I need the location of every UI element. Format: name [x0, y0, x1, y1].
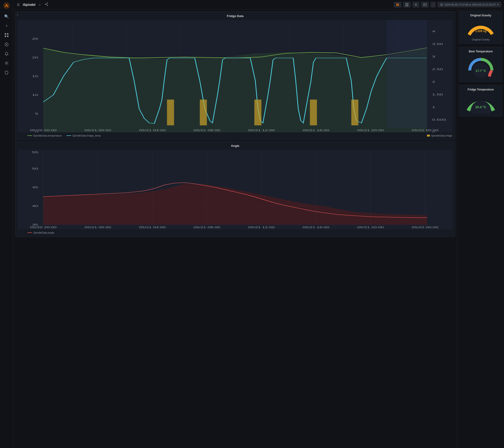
svg-text:2.50: 2.50: [432, 68, 443, 71]
page-title: iSpindel: [23, 3, 35, 7]
svg-text:05/21 00:00: 05/21 00:00: [85, 129, 111, 132]
legend-fridge: SpindleData.fridge: [427, 134, 452, 137]
svg-text:05/21 04:00: 05/21 04:00: [139, 226, 166, 229]
share-dashboard-button[interactable]: [421, 2, 429, 7]
svg-text:1: 1: [432, 106, 435, 108]
star-icon[interactable]: ☆: [37, 2, 42, 7]
gear-icon[interactable]: [2, 59, 11, 67]
search-icon[interactable]: 🔍: [2, 12, 11, 20]
svg-point-1: [6, 4, 7, 6]
svg-point-8: [6, 62, 7, 64]
svg-point-11: [45, 4, 46, 5]
svg-text:05/20 20:00: 05/20 20:00: [30, 129, 57, 132]
dashboard-body: ℹ Fridge Data: [13, 9, 504, 448]
bell-icon[interactable]: [2, 50, 11, 58]
svg-text:2: 2: [432, 80, 435, 83]
svg-text:1.029 og: 1.029 og: [475, 30, 486, 33]
fridge-chart-panel: ℹ Fridge Data: [15, 11, 455, 140]
angle-chart-svg: 35 40 45 50 55 05/20 20:00 05/21 00:00 0…: [18, 150, 452, 229]
svg-text:55: 55: [32, 151, 38, 154]
main-content: ☰ iSpindel ☆ ⚙ ‹ 2024-05-20 17:07:06 to …: [13, 0, 504, 448]
original-gravity-label: Original Gravity: [472, 38, 490, 41]
svg-text:05/22 00:00: 05/22 00:00: [412, 129, 438, 132]
legend-angle: SpindleData.angle: [27, 231, 54, 234]
beer-temp-panel: Beer Temperature 17.7 °C: [459, 47, 503, 82]
fridge-temp-gauge: 20.4 °C: [465, 93, 497, 114]
svg-text:35: 35: [32, 223, 38, 226]
fridge-temp-title: Fridge Temperature: [468, 88, 494, 91]
svg-rect-4: [5, 35, 6, 37]
svg-text:1.50: 1.50: [432, 93, 443, 96]
svg-text:05/20 20:00: 05/20 20:00: [30, 226, 57, 229]
svg-rect-15: [398, 3, 399, 4]
svg-text:05/21 20:00: 05/21 20:00: [357, 129, 384, 132]
svg-text:17.7 °C: 17.7 °C: [475, 69, 486, 72]
sidebar: 🔍 ＋: [0, 0, 13, 448]
svg-rect-28: [254, 100, 261, 125]
dashboard-settings-button[interactable]: ⚙: [413, 2, 419, 7]
svg-text:3: 3: [432, 55, 435, 58]
svg-text:40: 40: [32, 205, 38, 207]
add-panel-button[interactable]: [394, 2, 401, 7]
svg-text:05/21 12:00: 05/21 12:00: [248, 226, 275, 229]
back-button[interactable]: ‹: [431, 2, 436, 7]
svg-rect-5: [7, 35, 8, 37]
svg-rect-2: [5, 33, 6, 34]
shield-icon[interactable]: [2, 68, 11, 77]
svg-rect-54: [387, 20, 427, 128]
svg-rect-27: [200, 100, 207, 125]
svg-rect-16: [396, 5, 397, 6]
angle-chart-wrapper: 35 40 45 50 55 05/20 20:00 05/21 00:00 0…: [18, 150, 452, 229]
save-button[interactable]: [403, 2, 411, 7]
plus-icon[interactable]: ＋: [2, 21, 11, 30]
svg-text:05/21 16:00: 05/21 16:00: [303, 226, 329, 229]
svg-point-10: [47, 5, 48, 6]
svg-text:20: 20: [32, 56, 38, 59]
original-gravity-panel: Original Gravity 1.029 og Original Gravi…: [459, 11, 503, 44]
svg-rect-20: [406, 5, 408, 6]
svg-text:5: 5: [35, 112, 38, 115]
charts-area: ℹ Fridge Data: [13, 9, 457, 448]
svg-text:10: 10: [32, 94, 38, 96]
angle-chart-panel: Angle: [15, 141, 455, 237]
svg-marker-25: [43, 48, 427, 132]
svg-rect-3: [7, 33, 8, 34]
fridge-chart-wrapper: 0 5 10 15 20 25 0 0.500 1 1.50 2 2.50 3: [18, 20, 452, 132]
hamburger-icon[interactable]: ☰: [16, 2, 21, 7]
svg-text:20.4 °C: 20.4 °C: [475, 105, 486, 109]
svg-text:25: 25: [32, 37, 38, 40]
svg-rect-26: [167, 100, 174, 125]
beer-temp-gauge: 17.7 °C: [465, 54, 497, 79]
time-range-text: 2024-05-20 17:07:06 to 2024-05-22 01:03:…: [444, 3, 496, 6]
fridge-temp-panel: Fridge Temperature 20.4 °C: [459, 85, 503, 117]
svg-text:15: 15: [32, 75, 38, 78]
svg-text:05/21 00:00: 05/21 00:00: [85, 226, 111, 229]
svg-point-9: [47, 2, 48, 3]
legend-temperature: SpindleData.temperature: [27, 134, 62, 137]
svg-text:05/21 20:00: 05/21 20:00: [357, 226, 384, 229]
beer-temp-title: Beer Temperature: [469, 50, 493, 53]
topbar: ☰ iSpindel ☆ ⚙ ‹ 2024-05-20 17:07:06 to …: [13, 0, 504, 9]
svg-rect-14: [396, 3, 397, 4]
fridge-chart-title: Fridge Data: [18, 14, 452, 18]
svg-text:05/21 08:00: 05/21 08:00: [194, 226, 220, 229]
compass-icon[interactable]: [2, 40, 11, 49]
svg-text:4: 4: [432, 30, 435, 33]
svg-rect-19: [406, 3, 408, 4]
app-logo: [3, 2, 10, 9]
time-range-picker[interactable]: 2024-05-20 17:07:06 to 2024-05-22 01:03:…: [438, 2, 501, 7]
svg-text:3.50: 3.50: [432, 43, 443, 45]
original-gravity-title: Original Gravity: [470, 14, 491, 17]
svg-text:05/21 12:00: 05/21 12:00: [248, 129, 275, 132]
share-icon[interactable]: [44, 2, 49, 7]
svg-rect-29: [310, 100, 317, 125]
svg-text:05/21 08:00: 05/21 08:00: [194, 129, 220, 132]
svg-rect-21: [424, 3, 426, 6]
grid-icon[interactable]: [2, 31, 11, 39]
fridge-chart-svg: 0 5 10 15 20 25 0 0.500 1 1.50 2 2.50 3: [18, 20, 452, 132]
svg-line-12: [46, 3, 47, 4]
svg-text:45: 45: [32, 186, 38, 189]
svg-text:50: 50: [32, 167, 38, 170]
fridge-chart-legend: SpindleData.temperature SpindleData.frid…: [18, 134, 452, 137]
svg-point-7: [6, 44, 7, 45]
